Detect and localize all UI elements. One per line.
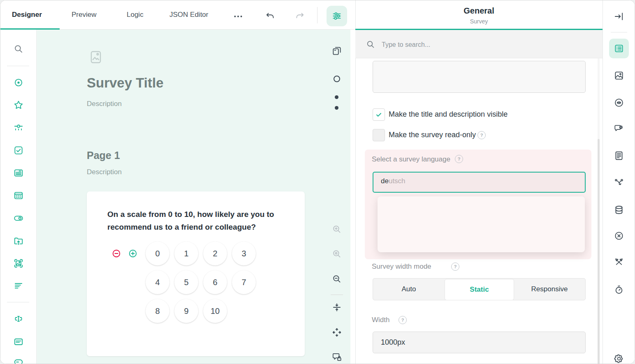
general-form-icon[interactable] bbox=[614, 43, 624, 54]
ranking-icon[interactable] bbox=[13, 281, 24, 291]
boolean-toggle-icon[interactable] bbox=[13, 213, 24, 223]
collapse-panel-icon[interactable] bbox=[614, 11, 624, 22]
collapse-icon[interactable] bbox=[331, 302, 342, 313]
completed-flags-icon[interactable] bbox=[614, 257, 624, 267]
dropdown-icon[interactable] bbox=[13, 122, 24, 133]
rating-option[interactable]: 1 bbox=[174, 242, 198, 265]
tab-logic[interactable]: Logic bbox=[127, 0, 144, 29]
toggle-property-grid-button[interactable] bbox=[327, 6, 347, 26]
checkbox-title-visible[interactable] bbox=[373, 108, 385, 121]
undo-icon[interactable] bbox=[265, 11, 276, 22]
comment-lock-icon[interactable] bbox=[331, 352, 342, 362]
typed-text: de bbox=[381, 177, 389, 185]
survey-title[interactable]: Survey Title bbox=[87, 75, 163, 91]
rating-option[interactable]: 5 bbox=[174, 270, 198, 294]
search-icon[interactable] bbox=[13, 44, 24, 54]
checkbox-read-only[interactable] bbox=[373, 129, 385, 141]
survey-creator-window: Designer Preview Logic JSON Editor bbox=[0, 0, 635, 364]
width-mode-responsive[interactable]: Responsive bbox=[514, 278, 585, 300]
sliders-settings-icon bbox=[331, 11, 342, 21]
survey-description[interactable]: Description bbox=[87, 100, 122, 108]
rating-option[interactable]: 0 bbox=[146, 242, 169, 265]
checkbox-label: Make the title and description visible bbox=[389, 110, 508, 119]
toolbox-divider bbox=[7, 66, 29, 66]
width-mode-static[interactable]: Static bbox=[445, 279, 514, 300]
canvas-toolbar-divider bbox=[331, 295, 343, 295]
navigation-media-icon[interactable] bbox=[614, 97, 624, 108]
panel-scrollbar-thumb[interactable] bbox=[598, 139, 600, 364]
language-input-value: deutsch bbox=[381, 177, 406, 185]
width-mode-auto[interactable]: Auto bbox=[373, 278, 444, 300]
long-text-icon[interactable] bbox=[13, 336, 24, 347]
panel-subtitle: Survey bbox=[355, 18, 603, 25]
width-mode-label: Survey width mode bbox=[372, 263, 431, 271]
description-textarea[interactable] bbox=[373, 61, 586, 93]
checkbox-icon[interactable] bbox=[13, 145, 24, 156]
width-label: Width bbox=[372, 316, 389, 324]
rating-option[interactable]: 8 bbox=[146, 299, 169, 323]
rating-option[interactable]: 4 bbox=[146, 270, 169, 294]
rating-option[interactable]: 9 bbox=[174, 299, 198, 323]
tab-designer[interactable]: Designer bbox=[12, 0, 42, 29]
language-options-popup: Deutsch Nederlands bbox=[378, 196, 585, 252]
text-input-icon[interactable] bbox=[13, 313, 24, 324]
image-picker-icon[interactable] bbox=[13, 258, 24, 269]
help-icon[interactable]: ? bbox=[455, 155, 463, 163]
toolbox-divider bbox=[7, 302, 29, 302]
rating-option[interactable]: 6 bbox=[203, 270, 227, 294]
zoom-out-icon[interactable] bbox=[331, 274, 342, 284]
tagbox-icon[interactable] bbox=[13, 168, 24, 178]
tab-preview[interactable]: Preview bbox=[72, 0, 96, 29]
rating-option[interactable]: 2 bbox=[203, 242, 227, 265]
property-search-input[interactable] bbox=[381, 30, 580, 59]
data-icon[interactable] bbox=[614, 205, 624, 215]
nav-divider bbox=[317, 7, 318, 23]
page-description[interactable]: Description bbox=[87, 168, 122, 176]
question-settings-icon[interactable] bbox=[614, 123, 624, 134]
page-dot[interactable] bbox=[335, 95, 338, 99]
pages-icon[interactable] bbox=[331, 46, 342, 56]
matrix-icon[interactable] bbox=[13, 190, 24, 201]
radiogroup-icon[interactable] bbox=[13, 77, 24, 88]
tab-json-editor[interactable]: JSON Editor bbox=[169, 0, 208, 29]
file-upload-icon[interactable] bbox=[13, 235, 24, 246]
zoom-reset-icon[interactable] bbox=[331, 249, 342, 259]
rail-divider bbox=[611, 32, 627, 32]
toolbox-sidebar bbox=[0, 30, 37, 364]
validation-icon[interactable] bbox=[614, 230, 624, 241]
panel-title: General bbox=[355, 6, 603, 16]
help-icon[interactable]: ? bbox=[451, 263, 459, 271]
remove-rating-item-icon[interactable] bbox=[112, 249, 121, 258]
timer-icon[interactable] bbox=[614, 284, 624, 295]
help-icon[interactable]: ? bbox=[399, 316, 407, 324]
pages-doc-icon[interactable] bbox=[614, 150, 624, 161]
check-icon bbox=[375, 111, 382, 118]
add-rating-item-icon[interactable] bbox=[128, 249, 137, 258]
settings-gear-icon[interactable] bbox=[614, 353, 624, 364]
top-navigation: Designer Preview Logic JSON Editor bbox=[0, 0, 355, 30]
zoom-in-icon[interactable] bbox=[331, 224, 342, 235]
language-label: Select a survey language bbox=[372, 155, 450, 164]
autocomplete-text: utsch bbox=[389, 177, 406, 185]
rating-option[interactable]: 10 bbox=[203, 299, 227, 323]
redo-icon[interactable] bbox=[294, 11, 305, 22]
search-icon bbox=[366, 39, 375, 49]
question-title[interactable]: On a scale from 0 to 10, how likely are … bbox=[107, 208, 284, 233]
property-search-bar bbox=[355, 30, 603, 58]
checkbox-label: Make the survey read-only bbox=[389, 131, 476, 139]
more-dots-icon[interactable] bbox=[232, 11, 244, 22]
logo-image-icon[interactable] bbox=[614, 70, 624, 81]
page-circle-icon[interactable] bbox=[334, 76, 340, 82]
expand-move-icon[interactable] bbox=[331, 327, 342, 338]
rating-option[interactable]: 3 bbox=[232, 242, 256, 265]
rating-icon[interactable] bbox=[13, 100, 24, 111]
page-title[interactable]: Page 1 bbox=[87, 150, 120, 161]
rating-option[interactable]: 7 bbox=[232, 270, 256, 294]
multiple-textboxes-icon[interactable] bbox=[13, 358, 24, 364]
logo-placeholder-icon[interactable] bbox=[88, 49, 104, 65]
logic-flow-icon[interactable] bbox=[614, 177, 624, 188]
help-icon[interactable]: ? bbox=[477, 131, 486, 139]
width-value: 1000px bbox=[381, 338, 405, 347]
page-dot[interactable] bbox=[335, 106, 338, 110]
